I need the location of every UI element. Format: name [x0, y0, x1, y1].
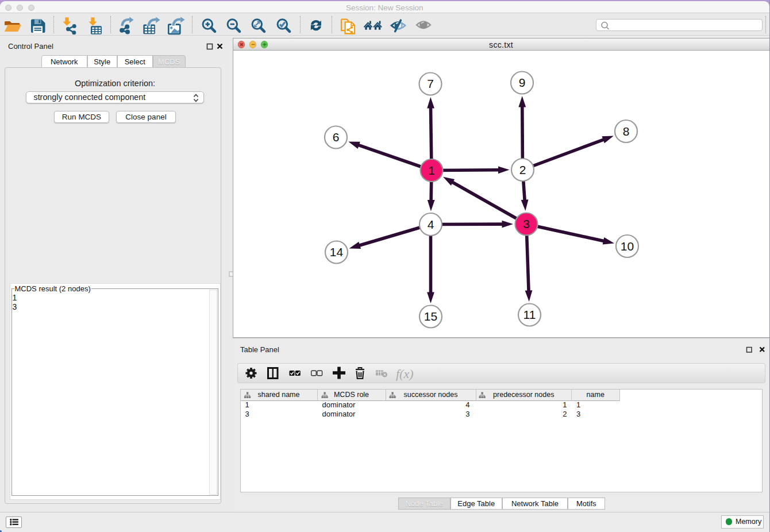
svg-text:4: 4: [427, 218, 434, 231]
svg-text:9: 9: [518, 76, 525, 89]
svg-text:10: 10: [620, 240, 633, 253]
svg-text:6: 6: [332, 130, 339, 144]
svg-text:2: 2: [519, 163, 526, 176]
svg-text:f(x): f(x): [396, 367, 414, 381]
svg-text:3: 3: [523, 217, 530, 230]
svg-text:14: 14: [329, 245, 343, 259]
svg-text:7: 7: [427, 77, 434, 90]
svg-text:15: 15: [424, 310, 437, 323]
svg-text:11: 11: [523, 308, 536, 321]
svg-text:1: 1: [428, 164, 435, 177]
svg-text:8: 8: [622, 125, 629, 138]
